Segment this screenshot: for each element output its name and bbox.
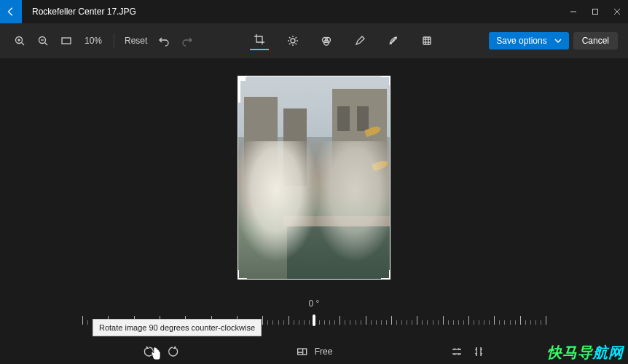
straighten-knob[interactable] (313, 314, 315, 326)
image-canvas[interactable] (0, 58, 628, 297)
tool-markup[interactable] (350, 31, 369, 50)
window-controls (562, 0, 628, 23)
minimize-button[interactable] (562, 0, 584, 23)
undo-button[interactable] (154, 31, 173, 50)
crop-handle-left[interactable] (238, 76, 240, 88)
aspect-ratio-label: Free (315, 347, 333, 357)
maximize-button[interactable] (584, 0, 606, 23)
save-options-button[interactable]: Save options (489, 32, 568, 50)
chevron-down-icon (554, 37, 562, 44)
arrow-left-icon (6, 7, 16, 17)
svg-point-12 (291, 39, 295, 43)
svg-line-17 (289, 37, 291, 39)
straighten-angle-label: 0 ° (309, 298, 320, 309)
tool-ai[interactable] (417, 31, 436, 50)
toolbar: 10% Reset Save options Cancel (0, 23, 628, 58)
close-button[interactable] (606, 0, 628, 23)
divider (114, 33, 114, 48)
tool-retouch[interactable] (384, 31, 403, 50)
svg-line-5 (22, 43, 25, 46)
svg-rect-1 (593, 9, 598, 15)
svg-rect-29 (298, 349, 307, 355)
rotate-ccw-button[interactable] (143, 345, 156, 358)
aspect-icon (296, 345, 309, 358)
cancel-button[interactable]: Cancel (573, 32, 618, 50)
zoom-fit-button[interactable] (57, 31, 76, 50)
svg-rect-11 (62, 38, 71, 44)
zoom-percent[interactable]: 10% (85, 36, 102, 46)
flip-vertical-button[interactable] (472, 345, 485, 358)
titlebar: Rockefeller Center 17.JPG (0, 0, 628, 23)
svg-rect-24 (423, 37, 431, 44)
crop-frame[interactable] (238, 76, 390, 280)
crop-handle-tr[interactable] (378, 76, 390, 88)
svg-line-19 (289, 44, 291, 45)
rotate-cw-button[interactable] (166, 345, 179, 358)
bottom-panel: 0 ° Rotate image 90 degrees counter-cloc… (0, 297, 628, 364)
zoom-out-button[interactable] (34, 31, 52, 50)
aspect-ratio-button[interactable]: Free (296, 345, 333, 358)
tool-crop[interactable] (250, 31, 269, 50)
crop-handle-br[interactable] (378, 267, 390, 280)
save-options-label: Save options (496, 36, 546, 46)
back-button[interactable] (0, 0, 22, 23)
svg-line-9 (45, 43, 48, 46)
zoom-in-button[interactable] (10, 31, 29, 50)
tooltip: Rotate image 90 degrees counter-clockwis… (93, 319, 262, 336)
svg-line-20 (295, 37, 297, 39)
redo-button[interactable] (178, 31, 197, 50)
window-title: Rockefeller Center 17.JPG (32, 7, 562, 17)
flip-horizontal-button[interactable] (450, 345, 463, 358)
tool-filter[interactable] (317, 31, 336, 50)
svg-line-18 (295, 44, 297, 45)
tool-adjust[interactable] (283, 31, 302, 50)
crop-handle-bl[interactable] (238, 267, 250, 280)
crop-handle-right[interactable] (238, 88, 240, 103)
reset-button[interactable]: Reset (122, 31, 150, 50)
